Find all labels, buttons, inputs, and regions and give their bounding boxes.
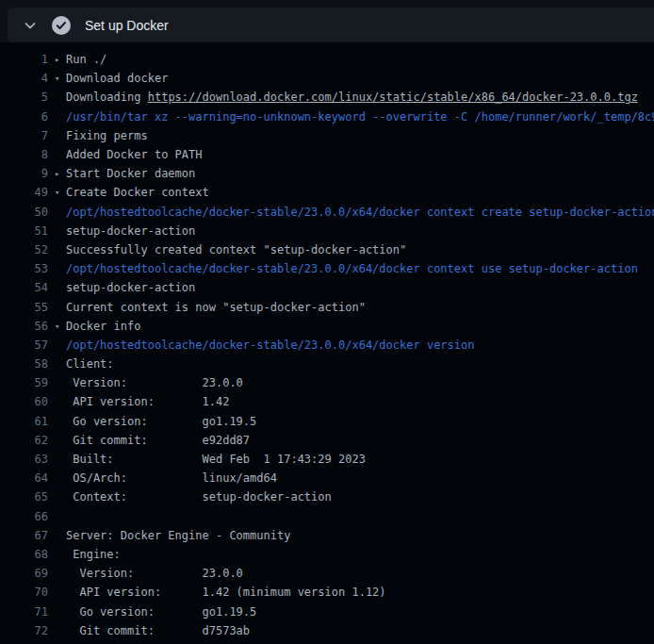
log-line: 71 Go version: go1.19.5 — [0, 602, 654, 620]
log-line-number[interactable]: 72 — [0, 624, 48, 637]
log-line-number[interactable]: 63 — [0, 453, 48, 466]
log-line: 54setup-docker-action — [0, 278, 654, 297]
log-line-number[interactable]: 69 — [0, 567, 48, 580]
log-output-text: Engine: — [66, 548, 121, 561]
log-line: 6/usr/bin/tar xz --warning=no-unknown-ke… — [0, 107, 654, 126]
log-output-text: Current context is now "setup-docker-act… — [66, 301, 366, 314]
log-line-number[interactable]: 1 — [0, 53, 48, 66]
log-line-number[interactable]: 60 — [0, 395, 48, 408]
log-line: 66 — [0, 507, 654, 526]
log-output-text: Server: Docker Engine - Community — [66, 529, 290, 542]
log-line-number[interactable]: 6 — [0, 110, 48, 124]
group-collapsed-arrow-icon[interactable]: ▸ — [55, 55, 66, 64]
log-line: 8Added Docker to PATH — [0, 145, 654, 164]
group-title[interactable]: Download docker — [66, 72, 168, 85]
log-output-text: Context: setup-docker-action — [66, 490, 332, 504]
chevron-down-icon[interactable] — [23, 18, 38, 33]
log-line-number[interactable]: 5 — [0, 91, 48, 104]
log-link[interactable]: https://download.docker.com/linux/static… — [148, 91, 638, 104]
log-line: 57/opt/hostedtoolcache/docker-stable/23.… — [0, 336, 654, 355]
log-line: 7Fixing perms — [0, 126, 654, 145]
log-line: 51setup-docker-action — [0, 222, 654, 240]
log-line[interactable]: 1▸Run ./ — [0, 50, 654, 69]
log-command-text: /usr/bin/tar xz --warning=no-unknown-key… — [66, 110, 654, 124]
log-line: 68 Engine: — [0, 545, 654, 564]
log-line-number[interactable]: 8 — [0, 148, 48, 161]
log-line-number[interactable]: 4 — [0, 72, 48, 85]
log-line: 5Downloading https://download.docker.com… — [0, 88, 654, 107]
log-line-number[interactable]: 66 — [0, 510, 48, 523]
log-output-text: Go version: go1.19.5 — [66, 605, 256, 619]
log-output-text: API version: 1.42 (minimum version 1.12) — [66, 586, 386, 599]
log-line-number[interactable]: 68 — [0, 548, 48, 561]
log-command-text: /opt/hostedtoolcache/docker-stable/23.0.… — [66, 262, 638, 275]
step-title: Set up Docker — [85, 18, 169, 33]
log-output-text: Successfully created context "setup-dock… — [66, 243, 406, 256]
log-line-number[interactable]: 54 — [0, 281, 48, 294]
log-line: 72 Git commit: d7573ab — [0, 621, 654, 640]
log-output-text: Git commit: d7573ab — [66, 624, 250, 637]
log-line: 60 API version: 1.42 — [0, 392, 654, 411]
group-collapsed-arrow-icon[interactable]: ▸ — [55, 169, 66, 178]
log-line-number[interactable]: 59 — [0, 376, 48, 389]
log-line-number[interactable]: 7 — [0, 129, 48, 142]
log-line: 63 Built: Wed Feb 1 17:43:29 2023 — [0, 450, 654, 469]
log-line: 64 OS/Arch: linux/amd64 — [0, 469, 654, 487]
log-line-number[interactable]: 50 — [0, 206, 48, 219]
group-title[interactable]: Run ./ — [66, 53, 106, 66]
log-line-number[interactable]: 52 — [0, 243, 48, 256]
group-title[interactable]: Create Docker context — [66, 186, 209, 199]
log-line-number[interactable]: 64 — [0, 471, 48, 485]
log-line[interactable]: 49▾Create Docker context — [0, 183, 654, 202]
log-line: 59 Version: 23.0.0 — [0, 373, 654, 392]
log-output-text: setup-docker-action — [66, 281, 195, 294]
log-line-number[interactable]: 53 — [0, 262, 48, 275]
log-output-text: OS/Arch: linux/amd64 — [66, 471, 277, 485]
log-output-text: setup-docker-action — [66, 224, 195, 238]
log-line-number[interactable]: 71 — [0, 605, 48, 619]
log-output-text: Built: Wed Feb 1 17:43:29 2023 — [66, 453, 366, 466]
log-line: 52Successfully created context "setup-do… — [0, 240, 654, 259]
log-line: 67Server: Docker Engine - Community — [0, 526, 654, 545]
log-line[interactable]: 4▾Download docker — [0, 69, 654, 88]
log-line-number[interactable]: 65 — [0, 490, 48, 504]
group-expanded-arrow-icon[interactable]: ▾ — [55, 74, 66, 83]
success-check-icon — [52, 16, 71, 35]
log-console: 1▸Run ./4▾Download docker5Downloading ht… — [0, 42, 654, 644]
log-line: 53/opt/hostedtoolcache/docker-stable/23.… — [0, 259, 654, 278]
log-line[interactable]: 56▾Docker info — [0, 317, 654, 336]
log-line-number[interactable]: 51 — [0, 224, 48, 238]
log-output-text: Git commit: e92dd87 — [66, 434, 250, 447]
log-line: 70 API version: 1.42 (minimum version 1.… — [0, 583, 654, 602]
log-line-number[interactable]: 62 — [0, 434, 48, 447]
log-line-number[interactable]: 57 — [0, 339, 48, 352]
log-output-text: Version: 23.0.0 — [66, 567, 243, 580]
log-line[interactable]: 9▸Start Docker daemon — [0, 164, 654, 183]
log-line-number[interactable]: 49 — [0, 186, 48, 199]
log-line: 50/opt/hostedtoolcache/docker-stable/23.… — [0, 203, 654, 222]
log-command-text: /opt/hostedtoolcache/docker-stable/23.0.… — [66, 206, 654, 219]
group-title[interactable]: Docker info — [66, 320, 140, 333]
log-line-number[interactable]: 67 — [0, 529, 48, 542]
log-line: 62 Git commit: e92dd87 — [0, 431, 654, 450]
log-line: 55Current context is now "setup-docker-a… — [0, 297, 654, 316]
log-line: 61 Go version: go1.19.5 — [0, 412, 654, 431]
log-line-number[interactable]: 9 — [0, 167, 48, 180]
log-output-text: API version: 1.42 — [66, 395, 229, 408]
step-header[interactable]: Set up Docker — [8, 8, 654, 42]
log-line: 58Client: — [0, 355, 654, 373]
group-title[interactable]: Start Docker daemon — [66, 167, 195, 180]
log-line: 69 Version: 23.0.0 — [0, 564, 654, 583]
log-line-number[interactable]: 55 — [0, 301, 48, 314]
group-expanded-arrow-icon[interactable]: ▾ — [55, 322, 66, 331]
log-output-text: Version: 23.0.0 — [66, 376, 243, 389]
log-line-number[interactable]: 58 — [0, 357, 48, 371]
group-expanded-arrow-icon[interactable]: ▾ — [55, 188, 66, 197]
log-output-text: Go version: go1.19.5 — [66, 415, 256, 428]
log-output-text: Client: — [66, 357, 114, 371]
log-line-number[interactable]: 70 — [0, 586, 48, 599]
log-line-number[interactable]: 56 — [0, 320, 48, 333]
log-command-text: /opt/hostedtoolcache/docker-stable/23.0.… — [66, 339, 474, 352]
log-line: 65 Context: setup-docker-action — [0, 487, 654, 506]
log-line-number[interactable]: 61 — [0, 415, 48, 428]
